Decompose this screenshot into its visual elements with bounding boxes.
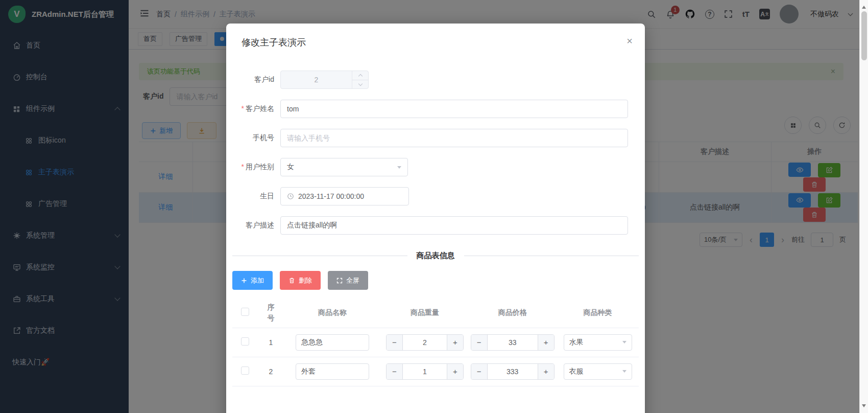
- price-stepper: − +: [471, 363, 554, 380]
- phone-input[interactable]: [280, 129, 628, 147]
- number-spinner: [352, 71, 368, 88]
- customer-form: 客户id 2 *客户姓名 手机号: [232, 71, 639, 235]
- weight-stepper: − +: [386, 363, 464, 380]
- chevron-down-icon: [622, 341, 626, 346]
- birthday-label: 生日: [232, 192, 280, 201]
- fullscreen-icon: [336, 278, 343, 284]
- edit-dialog: 修改主子表演示 × 客户id 2 *客户姓名: [226, 24, 645, 413]
- row-no: 1: [258, 328, 283, 357]
- row-checkbox[interactable]: [241, 337, 249, 346]
- child-delete-label: 删除: [299, 276, 312, 285]
- birthday-picker[interactable]: 2023-11-17 00:00:00: [280, 187, 409, 205]
- minus-button[interactable]: −: [471, 335, 488, 350]
- form-row-name: *客户姓名: [232, 100, 639, 118]
- child-add-label: 添加: [251, 276, 264, 285]
- dialog-header: 修改主子表演示 ×: [226, 24, 645, 49]
- form-row-id: 客户id 2: [232, 71, 639, 89]
- price-input[interactable]: [488, 335, 538, 350]
- section-title: 商品表信息: [407, 251, 464, 261]
- customer-desc-input[interactable]: [280, 216, 628, 235]
- chevron-down-icon: [397, 166, 401, 171]
- app-root: V ZRAdmin.NET后台管理 首页 控制台 组件示例: [0, 0, 868, 413]
- plus-icon: [241, 278, 247, 284]
- section-divider: 商品表信息: [232, 251, 639, 261]
- col-no: 序号: [267, 302, 275, 323]
- form-row-gender: *用户性别 女: [232, 158, 639, 176]
- name-label: *客户姓名: [232, 104, 280, 113]
- customer-id-value: 2: [281, 71, 352, 88]
- gender-label: *用户性别: [232, 163, 280, 172]
- row-checkbox[interactable]: [241, 366, 249, 375]
- minus-button[interactable]: −: [471, 364, 488, 379]
- plus-button[interactable]: +: [538, 335, 554, 350]
- weight-input[interactable]: [403, 335, 447, 350]
- id-label: 客户id: [232, 75, 280, 84]
- product-row: 2 − + −: [232, 357, 639, 386]
- child-fullscreen-label: 全屏: [346, 276, 359, 285]
- phone-label: 手机号: [232, 133, 280, 143]
- form-row-phone: 手机号: [232, 129, 639, 147]
- child-delete-button[interactable]: 删除: [280, 271, 321, 290]
- product-name-input[interactable]: [296, 334, 369, 351]
- product-table: 序号 商品名称 商品重量 商品价格 商品种类 1 −: [232, 298, 639, 386]
- chevron-down-icon: [622, 370, 626, 375]
- product-header-row: 序号 商品名称 商品重量 商品价格 商品种类: [232, 298, 639, 328]
- child-add-button[interactable]: 添加: [232, 271, 273, 290]
- col-product-price: 商品价格: [468, 298, 557, 328]
- col-product-weight: 商品重量: [381, 298, 468, 328]
- form-row-desc: 客户描述: [232, 216, 639, 235]
- plus-button[interactable]: +: [447, 335, 463, 350]
- minus-button[interactable]: −: [387, 364, 403, 379]
- desc-label: 客户描述: [232, 221, 280, 230]
- select-all-checkbox[interactable]: [241, 308, 249, 316]
- product-row: 1 − + −: [232, 328, 639, 357]
- weight-stepper: − +: [386, 334, 464, 351]
- scroll-up-arrow[interactable]: [862, 4, 866, 9]
- spinner-down-button[interactable]: [352, 80, 368, 89]
- price-stepper: − +: [471, 334, 554, 351]
- scrollbar-thumb[interactable]: [861, 11, 867, 60]
- col-product-name: 商品名称: [284, 298, 381, 328]
- plus-button[interactable]: +: [538, 364, 554, 379]
- birthday-value: 2023-11-17 00:00:00: [298, 192, 364, 200]
- gender-value: 女: [287, 163, 294, 172]
- gender-select[interactable]: 女: [280, 158, 408, 176]
- spinner-up-button[interactable]: [352, 71, 368, 80]
- product-name-input[interactable]: [296, 363, 369, 380]
- col-product-type: 商品种类: [557, 298, 639, 328]
- child-fullscreen-button[interactable]: 全屏: [328, 271, 368, 290]
- customer-id-number-input: 2: [280, 71, 369, 89]
- weight-input[interactable]: [403, 364, 447, 379]
- product-type-select[interactable]: 水果: [564, 334, 632, 351]
- trash-icon: [288, 277, 295, 284]
- plus-button[interactable]: +: [447, 364, 463, 379]
- minus-button[interactable]: −: [387, 335, 403, 350]
- dialog-title: 修改主子表演示: [242, 36, 306, 49]
- customer-name-input[interactable]: [280, 100, 628, 118]
- dialog-close-icon[interactable]: ×: [626, 36, 633, 46]
- product-type-select[interactable]: 衣服: [564, 363, 632, 380]
- clock-icon: [287, 193, 294, 200]
- product-type-value: 衣服: [569, 367, 584, 376]
- product-type-value: 水果: [569, 338, 584, 347]
- dialog-body: 客户id 2 *客户姓名 手机号: [226, 71, 645, 386]
- form-row-birthday: 生日 2023-11-17 00:00:00: [232, 187, 639, 205]
- scroll-down-arrow[interactable]: [862, 404, 866, 409]
- child-table-toolbar: 添加 删除 全屏: [232, 271, 639, 290]
- price-input[interactable]: [488, 364, 538, 379]
- browser-scrollbar[interactable]: [859, 0, 868, 413]
- row-no: 2: [258, 357, 283, 386]
